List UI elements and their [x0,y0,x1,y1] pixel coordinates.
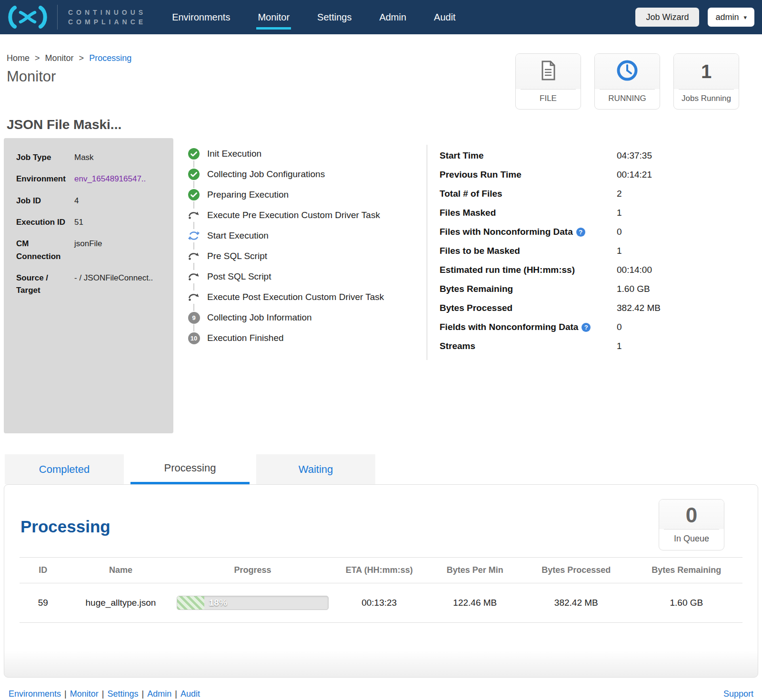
step-collecting-job-information: 9 Collecting Job Information [188,311,427,324]
help-icon[interactable]: ? [582,323,591,332]
nav-audit[interactable]: Audit [434,12,456,23]
tab-waiting[interactable]: Waiting [256,454,375,484]
page-footer: Environments|Monitor|Settings|Admin|Audi… [9,689,753,699]
environment-label: Environment [16,173,74,185]
files-nonconforming-value: 0 [617,227,622,237]
table-row[interactable]: 59 huge_alltype.json 18% 00:13:23 122.46… [20,583,742,623]
cm-connection-label: CM Connection [16,238,74,263]
job-wizard-button[interactable]: Job Wizard [635,8,699,27]
step-post-sql-script: Post SQL Script [188,270,427,283]
start-time-value: 04:37:35 [617,150,652,161]
footer-link-environments[interactable]: Environments [9,689,61,699]
check-circle-icon [188,148,200,160]
step-execution-finished: 10 Execution Finished [188,332,427,344]
start-time-label: Start Time [440,150,484,161]
step-preparing-execution: Preparing Execution [188,189,427,201]
processing-table: ID Name Progress ETA (HH:mm:ss) Bytes Pe… [20,557,742,623]
skip-arrow-icon [188,250,200,262]
footer-link-settings[interactable]: Settings [107,689,138,699]
file-card-label: FILE [516,90,581,109]
col-header-progress: Progress [175,558,330,583]
navbar-divider [57,5,58,30]
job-stats-panel: Start Time04:37:35 Previous Run Time00:1… [427,138,758,433]
nav-settings[interactable]: Settings [317,12,351,23]
step-pre-sql-script: Pre SQL Script [188,250,427,262]
footer-link-admin[interactable]: Admin [147,689,171,699]
execution-id-value: 51 [74,216,85,229]
help-icon[interactable]: ? [576,228,585,237]
breadcrumb-monitor[interactable]: Monitor [45,53,74,63]
breadcrumb: Home > Monitor > Processing [7,53,131,63]
files-nonconforming-label: Files with Nonconforming Data [440,227,573,237]
status-tabs: Completed Processing Waiting [5,454,762,484]
job-detail-section: Job TypeMask Environmentenv_16548916547.… [4,138,758,433]
step-start-execution: Start Execution [188,230,427,242]
progress-label: 18% [209,598,227,608]
user-menu-button[interactable]: admin ▾ [708,8,754,27]
previous-run-time-label: Previous Run Time [440,170,521,180]
brand-logo-icon [7,6,49,29]
estimated-run-time-value: 00:14:00 [617,265,652,275]
fields-nonconforming-label: Fields with Nonconforming Data [440,322,578,332]
step-post-execution-driver-task: Execute Post Execution Custom Driver Tas… [188,291,427,303]
files-masked-value: 1 [617,208,622,218]
cell-id: 59 [20,583,67,623]
col-header-bytes-per-min: Bytes Per Min [428,558,522,583]
file-icon [539,60,557,83]
streams-label: Streams [440,341,475,351]
page-header: Home > Monitor > Processing Monitor [0,34,762,110]
clock-icon [616,60,638,83]
tab-completed[interactable]: Completed [5,454,124,484]
main-nav: Environments Monitor Settings Admin Audi… [172,12,456,23]
progress-bar: 18% [177,596,328,610]
step-collecting-job-configurations: Collecting Job Configurations [188,168,427,180]
footer-link-support[interactable]: Support [723,689,753,699]
processing-panel: Processing 0 In Queue ID Name Progress E… [4,484,758,678]
summary-cards: FILE RUNNING 1 Jobs Running [515,53,739,110]
breadcrumb-processing[interactable]: Processing [89,53,131,63]
col-header-bytes-processed: Bytes Processed [522,558,631,583]
footer-link-audit[interactable]: Audit [180,689,200,699]
files-to-be-masked-value: 1 [617,246,622,256]
jobs-running-label: Jobs Running [674,90,739,109]
step-pre-execution-driver-task: Execute Pre Execution Custom Driver Task [188,209,427,221]
nav-monitor[interactable]: Monitor [258,12,290,23]
processing-section-title: Processing [20,517,758,536]
check-circle-icon [188,189,200,201]
status-card: RUNNING [594,53,660,110]
status-card-label: RUNNING [595,90,660,109]
source-target-label: Source / Target [16,272,74,297]
fields-nonconforming-value: 0 [617,322,622,332]
nav-admin[interactable]: Admin [379,12,406,23]
job-id-value: 4 [74,195,80,207]
bytes-processed-label: Bytes Processed [440,303,512,313]
total-files-value: 2 [617,189,622,199]
cm-connection-value: jsonFile [74,238,104,263]
job-type-value: Mask [74,151,96,164]
bytes-remaining-value: 1.60 GB [617,284,650,294]
execution-steps: Init Execution Collecting Job Configurat… [173,138,427,433]
environment-link[interactable]: env_16548916547.. [74,173,148,185]
nav-environments[interactable]: Environments [172,12,230,23]
top-navbar: CONTINUOUS COMPLIANCE Environments Monit… [0,0,762,34]
tab-processing[interactable]: Processing [130,454,250,484]
in-queue-label: In Queue [659,530,724,550]
col-header-id: ID [20,558,67,583]
step-init-execution: Init Execution [188,148,427,160]
bytes-processed-value: 382.42 MB [617,303,661,313]
source-target-value: - / JSONFileConnect.. [74,272,155,297]
cell-bytes-remaining: 1.60 GB [631,583,742,623]
breadcrumb-separator: > [79,53,84,63]
skip-arrow-icon [188,291,200,303]
job-id-label: Job ID [16,195,74,207]
job-type-label: Job Type [16,151,74,164]
footer-link-monitor[interactable]: Monitor [70,689,99,699]
col-header-eta: ETA (HH:mm:ss) [331,558,428,583]
estimated-run-time-label: Estimated run time (HH:mm:ss) [440,265,575,275]
col-header-name: Name [67,558,175,583]
table-header-row: ID Name Progress ETA (HH:mm:ss) Bytes Pe… [20,558,742,583]
user-menu-label: admin [715,12,739,22]
breadcrumb-home[interactable]: Home [7,53,30,63]
files-masked-label: Files Masked [440,208,496,218]
step-number-icon: 9 [188,311,200,324]
